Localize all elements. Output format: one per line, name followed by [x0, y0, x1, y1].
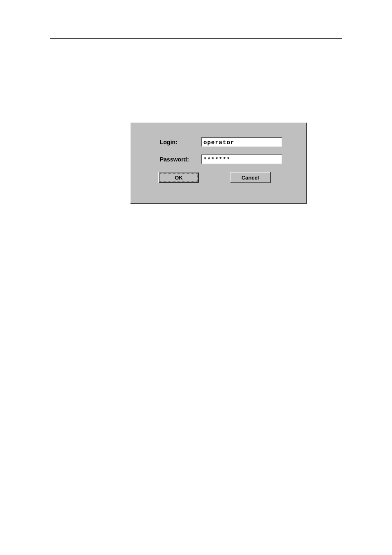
password-input[interactable] [201, 154, 282, 164]
login-row: Login: [160, 137, 290, 147]
cancel-button[interactable]: Cancel [230, 172, 271, 183]
login-input[interactable] [201, 137, 282, 147]
ok-button[interactable]: OK [158, 172, 199, 183]
ok-button-label: OK [160, 173, 198, 182]
button-row: OK Cancel [158, 172, 290, 183]
password-label: Password: [160, 156, 201, 163]
cancel-button-label: Cancel [242, 175, 259, 181]
password-row: Password: [160, 154, 290, 164]
header-rule [50, 38, 342, 39]
login-dialog: Login: Password: OK Cancel [130, 122, 307, 204]
login-label: Login: [160, 139, 201, 145]
